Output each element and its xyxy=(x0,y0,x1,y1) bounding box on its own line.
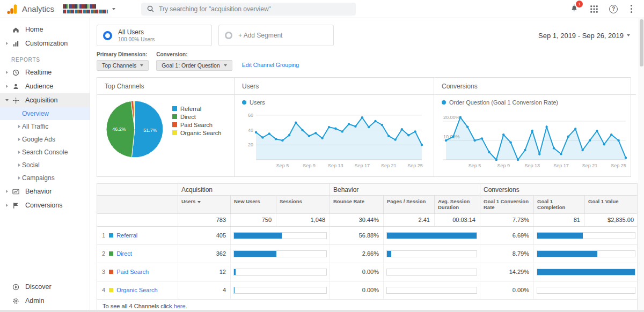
data-point[interactable] xyxy=(567,136,569,138)
more-menu-icon[interactable] xyxy=(631,8,632,10)
data-point[interactable] xyxy=(414,130,416,132)
column-header[interactable]: New Users xyxy=(230,196,276,213)
data-point[interactable] xyxy=(596,130,598,132)
data-point[interactable] xyxy=(281,139,283,142)
sidebar-item-acquisition[interactable]: Acquisition xyxy=(0,93,90,107)
add-segment-button[interactable]: + Add Segment xyxy=(218,25,334,46)
sidebar-item-customization[interactable]: Customization xyxy=(0,36,90,50)
sidebar-item-social[interactable]: Social xyxy=(0,159,90,172)
data-point[interactable] xyxy=(553,147,555,149)
data-point[interactable] xyxy=(261,136,264,138)
data-point[interactable] xyxy=(589,139,591,142)
data-point[interactable] xyxy=(268,132,270,135)
primary-dimension-dropdown[interactable]: Top Channels xyxy=(97,60,149,71)
apps-grid-icon[interactable] xyxy=(590,5,598,13)
column-header[interactable]: Pages / Session xyxy=(383,196,434,213)
sidebar-item-campaigns[interactable]: Campaigns xyxy=(0,172,90,184)
help-icon[interactable]: ? xyxy=(609,5,618,13)
data-point[interactable] xyxy=(341,130,343,132)
data-point[interactable] xyxy=(473,139,475,142)
data-point[interactable] xyxy=(394,138,396,140)
data-point[interactable] xyxy=(517,159,519,161)
sidebar-item-conversions[interactable]: Conversions xyxy=(0,198,90,212)
data-point[interactable] xyxy=(459,116,462,118)
column-header[interactable]: Goal 1 Conversion Rate xyxy=(480,196,533,213)
channels-pie-chart[interactable]: 51.7%46.2% xyxy=(105,99,165,159)
sidebar-item-realtime[interactable]: Realtime xyxy=(0,65,90,79)
data-point[interactable] xyxy=(617,139,619,142)
see-all-channels-link[interactable]: here xyxy=(174,303,186,309)
data-point[interactable] xyxy=(407,134,409,136)
column-header[interactable]: Bounce Rate xyxy=(330,196,383,213)
conversion-dropdown[interactable]: Goal 1: Order Question xyxy=(156,60,232,71)
horizontal-scrollbar[interactable] xyxy=(0,310,644,312)
data-point[interactable] xyxy=(610,133,612,136)
sidebar-item-discover[interactable]: Discover xyxy=(0,280,90,294)
data-point[interactable] xyxy=(502,133,504,136)
notifications-button[interactable]: 1 xyxy=(569,3,579,14)
data-point[interactable] xyxy=(495,159,497,161)
data-point[interactable] xyxy=(361,116,363,118)
sidebar-item-overview[interactable]: Overview xyxy=(0,107,90,120)
column-header[interactable]: Goal 1 Value xyxy=(584,196,638,213)
data-point[interactable] xyxy=(574,128,576,130)
channel-link[interactable]: Referral xyxy=(116,232,137,239)
column-header[interactable]: Avg. Session Duration xyxy=(434,196,480,213)
data-point[interactable] xyxy=(625,157,627,159)
data-point[interactable] xyxy=(531,130,533,132)
data-point[interactable] xyxy=(481,137,483,139)
sidebar-item-all-traffic[interactable]: All Traffic xyxy=(0,120,90,133)
all-users-segment[interactable]: All Users 100.00% Users xyxy=(97,25,212,46)
data-point[interactable] xyxy=(421,144,423,146)
data-point[interactable] xyxy=(255,131,257,133)
vertical-scrollbar[interactable] xyxy=(639,18,644,312)
data-point[interactable] xyxy=(275,138,277,140)
account-selector[interactable] xyxy=(63,4,115,13)
column-header[interactable]: Sessions xyxy=(276,196,330,213)
data-point[interactable] xyxy=(354,125,356,128)
data-point[interactable] xyxy=(466,126,469,128)
data-point[interactable] xyxy=(509,141,511,143)
search-input[interactable] xyxy=(159,5,350,13)
data-point[interactable] xyxy=(381,124,383,126)
users-line-chart[interactable]: 204060Sep 5Sep 9Sep 13Sep 17Sep 21Sep 25 xyxy=(242,106,425,170)
data-point[interactable] xyxy=(374,120,376,122)
data-point[interactable] xyxy=(288,134,290,136)
data-point[interactable] xyxy=(321,137,323,139)
sidebar-item-admin[interactable]: Admin xyxy=(0,294,90,308)
data-point[interactable] xyxy=(328,126,330,128)
data-point[interactable] xyxy=(401,128,403,130)
data-point[interactable] xyxy=(295,122,297,124)
data-point[interactable] xyxy=(488,151,490,153)
channel-link[interactable]: Paid Search xyxy=(116,269,149,275)
sidebar-item-google-ads[interactable]: Google Ads xyxy=(0,133,90,146)
data-point[interactable] xyxy=(387,135,390,137)
column-header[interactable]: Goal 1 Completion xyxy=(533,196,584,213)
data-point[interactable] xyxy=(452,136,454,138)
channel-link[interactable]: Direct xyxy=(116,250,132,257)
data-point[interactable] xyxy=(445,139,447,142)
data-point[interactable] xyxy=(368,126,370,128)
data-point[interactable] xyxy=(334,128,336,130)
data-point[interactable] xyxy=(603,143,605,145)
data-point[interactable] xyxy=(314,132,317,134)
sidebar-item-home[interactable]: Home xyxy=(0,23,90,36)
data-point[interactable] xyxy=(301,129,303,131)
conversions-line-chart[interactable]: 10.00%20.00%Sep 5Sep 9Sep 13Sep 17Sep 21… xyxy=(442,106,628,170)
channel-link[interactable]: Organic Search xyxy=(116,287,157,293)
sidebar-item-search-console[interactable]: Search Console xyxy=(0,146,90,159)
data-point[interactable] xyxy=(545,126,547,128)
ga-logo[interactable]: Analytics xyxy=(0,3,54,15)
data-point[interactable] xyxy=(560,153,562,155)
data-point[interactable] xyxy=(538,153,540,155)
data-point[interactable] xyxy=(524,149,526,151)
data-point[interactable] xyxy=(348,123,350,125)
scrollbar-thumb[interactable] xyxy=(640,19,643,66)
sidebar-item-audience[interactable]: Audience xyxy=(0,79,90,93)
search-bar[interactable] xyxy=(141,3,356,16)
data-point[interactable] xyxy=(308,135,310,137)
sidebar-item-behavior[interactable]: Behavior xyxy=(0,184,90,198)
data-point[interactable] xyxy=(581,149,583,151)
edit-channel-grouping-link[interactable]: Edit Channel Grouping xyxy=(242,62,299,68)
column-header[interactable]: Users xyxy=(178,196,230,213)
